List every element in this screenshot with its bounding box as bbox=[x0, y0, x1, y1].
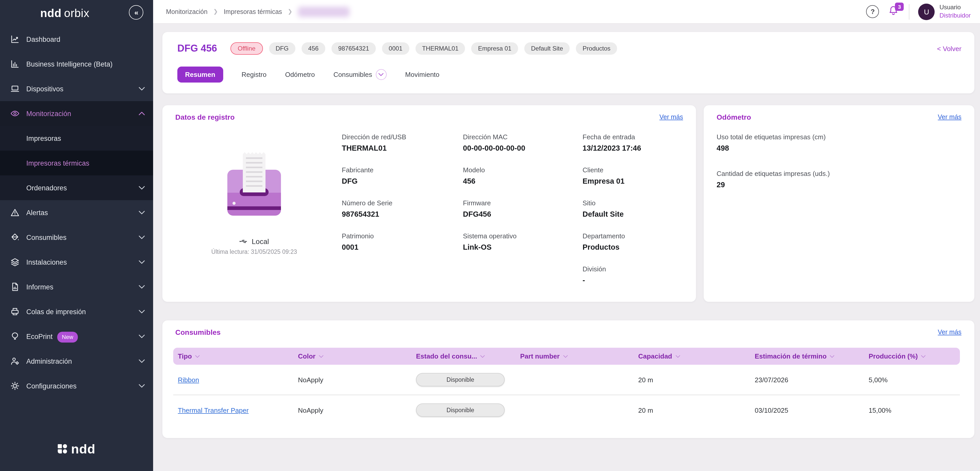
tag-pill: DFG bbox=[269, 42, 295, 55]
column-header-estado[interactable]: Estado del consu... bbox=[411, 352, 515, 360]
field-label: Sitio bbox=[582, 199, 696, 207]
sidebar-item-monitorizacion[interactable]: Monitorización bbox=[0, 101, 153, 126]
ndd-footer-text: ndd bbox=[71, 441, 95, 456]
field-value: 0001 bbox=[342, 243, 463, 251]
column-header-tipo[interactable]: Tipo bbox=[173, 352, 293, 360]
chevron-down-circle-icon[interactable] bbox=[376, 69, 387, 80]
chevron-down-icon bbox=[139, 359, 145, 363]
brand-light: orbix bbox=[64, 7, 89, 19]
tag-pill: 0001 bbox=[382, 42, 409, 55]
layers-icon bbox=[10, 257, 19, 267]
column-label: Color bbox=[298, 352, 315, 360]
sidebar-item-alertas[interactable]: Alertas bbox=[0, 200, 153, 225]
sidebar-item-ecoprint[interactable]: EcoPrintNew bbox=[0, 324, 153, 349]
main-area: Monitorización ❯ Impresoras térmicas ❯ ?… bbox=[153, 0, 980, 471]
last-reading: Última lectura: 31/05/2025 09:23 bbox=[203, 249, 306, 255]
topbar: Monitorización ❯ Impresoras térmicas ❯ ?… bbox=[153, 0, 980, 24]
sidebar-item-label: EcoPrintNew bbox=[26, 332, 139, 340]
printer-stripe bbox=[228, 206, 281, 210]
cell-estimacion: 23/07/2026 bbox=[750, 376, 864, 383]
warning-icon bbox=[10, 208, 19, 217]
help-button[interactable]: ? bbox=[866, 5, 879, 18]
cell-capacidad: 20 m bbox=[633, 406, 750, 414]
field: ClienteEmpresa 01 bbox=[582, 166, 696, 199]
notifications-button[interactable]: 3 bbox=[888, 5, 900, 18]
sidebar-subitem-ordenadores[interactable]: Ordenadores bbox=[0, 176, 153, 200]
field: FirmwareDFG456 bbox=[463, 199, 582, 232]
status-pill: Disponible bbox=[416, 373, 505, 386]
card-title: Odómetro bbox=[717, 113, 751, 121]
field-label: Sistema operativo bbox=[463, 232, 582, 240]
breadcrumb-item-impresoras-termicas[interactable]: Impresoras térmicas bbox=[224, 8, 282, 15]
field: DepartamentoProductos bbox=[582, 232, 696, 265]
avatar: U bbox=[918, 3, 935, 20]
column-header-capacidad[interactable]: Capacidad bbox=[633, 352, 750, 360]
bar-chart-icon bbox=[10, 59, 19, 69]
chevron-down-icon bbox=[139, 235, 145, 239]
sidebar-item-dispositivos[interactable]: Dispositivos bbox=[0, 77, 153, 101]
ver-mas-link[interactable]: Ver más bbox=[659, 113, 683, 121]
table-row: Thermal Transfer Paper NoApply Disponibl… bbox=[173, 395, 960, 425]
ver-mas-link[interactable]: Ver más bbox=[938, 113, 961, 121]
sidebar-subitem-impresoras-termicas[interactable]: Impresoras térmicas bbox=[0, 151, 153, 176]
sidebar-item-administracion[interactable]: Administración bbox=[0, 349, 153, 374]
sidebar-item-business-intelligence[interactable]: Business Intelligence (Beta) bbox=[0, 51, 153, 77]
cell-color: NoApply bbox=[293, 406, 411, 414]
sort-chevron-icon bbox=[480, 354, 485, 358]
sidebar-item-label: Informes bbox=[26, 283, 139, 291]
consumable-link[interactable]: Ribbon bbox=[178, 376, 199, 383]
sidebar-item-label: Impresoras térmicas bbox=[26, 159, 145, 167]
tab-registro[interactable]: Registro bbox=[242, 70, 267, 78]
column-header-color[interactable]: Color bbox=[293, 352, 411, 360]
sidebar-collapse-button[interactable]: « bbox=[129, 5, 143, 19]
chevron-down-icon bbox=[139, 186, 145, 190]
table-row: Ribbon NoApply Disponible 20 m 23/07/202… bbox=[173, 365, 960, 394]
column-label: Capacidad bbox=[638, 352, 672, 360]
column-label: Tipo bbox=[178, 352, 192, 360]
sidebar-item-instalaciones[interactable]: Instalaciones bbox=[0, 250, 153, 275]
field-value: 29 bbox=[717, 180, 830, 189]
sidebar-item-label: Instalaciones bbox=[26, 258, 139, 266]
field-label: Departamento bbox=[582, 232, 696, 240]
tag-pill: THERMAL01 bbox=[415, 42, 465, 55]
sidebar-item-label: Dashboard bbox=[26, 35, 145, 43]
field: SitioDefault Site bbox=[582, 199, 696, 232]
field-value: DFG bbox=[342, 177, 463, 185]
cell-produccion: 15,00% bbox=[864, 406, 960, 414]
tab-odometro[interactable]: Odómetro bbox=[285, 70, 315, 78]
new-badge: New bbox=[57, 332, 78, 342]
sidebar-item-dashboard[interactable]: Dashboard bbox=[0, 27, 153, 51]
field-label: Cliente bbox=[582, 166, 696, 174]
breadcrumb-separator-icon: ❯ bbox=[213, 8, 218, 15]
column-header-produccion[interactable]: Producción (%) bbox=[864, 352, 960, 360]
tab-movimiento[interactable]: Movimiento bbox=[405, 70, 439, 78]
column-header-estimacion[interactable]: Estimación de término bbox=[750, 352, 864, 360]
field-label: Modelo bbox=[463, 166, 582, 174]
consumable-link[interactable]: Thermal Transfer Paper bbox=[178, 406, 249, 414]
tab-consumibles[interactable]: Consumibles bbox=[334, 69, 387, 80]
column-header-part-number[interactable]: Part number bbox=[515, 352, 633, 360]
sidebar-item-configuraciones[interactable]: Configuraciones bbox=[0, 374, 153, 398]
app-root: nddorbix « Dashboard Business Intelligen… bbox=[0, 0, 980, 471]
cell-estimacion: 03/10/2025 bbox=[750, 406, 864, 414]
ndd-mark-icon bbox=[58, 444, 67, 453]
breadcrumb-item-monitorizacion[interactable]: Monitorización bbox=[166, 8, 207, 15]
sidebar-item-colas-de-impresion[interactable]: Colas de impresión bbox=[0, 299, 153, 324]
report-document-icon bbox=[10, 282, 19, 292]
back-link[interactable]: < Volver bbox=[937, 45, 961, 53]
field-value: THERMAL01 bbox=[342, 144, 463, 152]
sidebar-item-label: Business Intelligence (Beta) bbox=[26, 60, 145, 68]
sidebar-item-informes[interactable]: Informes bbox=[0, 275, 153, 299]
field-value: Productos bbox=[582, 243, 696, 251]
field-value: DFG456 bbox=[463, 210, 582, 218]
sort-chevron-icon bbox=[921, 354, 926, 358]
sidebar-item-label: Impresoras bbox=[26, 134, 145, 142]
user-menu[interactable]: U Usuario Distribuidor bbox=[918, 3, 971, 20]
tab-resumen[interactable]: Resumen bbox=[177, 66, 223, 82]
breadcrumb: Monitorización ❯ Impresoras térmicas ❯ bbox=[166, 6, 350, 17]
sidebar-item-consumibles[interactable]: Consumibles bbox=[0, 225, 153, 250]
ver-mas-link[interactable]: Ver más bbox=[938, 329, 961, 336]
usb-icon bbox=[239, 239, 248, 244]
odometro-card: Odómetro Ver más Uso total de etiquetas … bbox=[704, 105, 974, 302]
sidebar-subitem-impresoras[interactable]: Impresoras bbox=[0, 126, 153, 151]
